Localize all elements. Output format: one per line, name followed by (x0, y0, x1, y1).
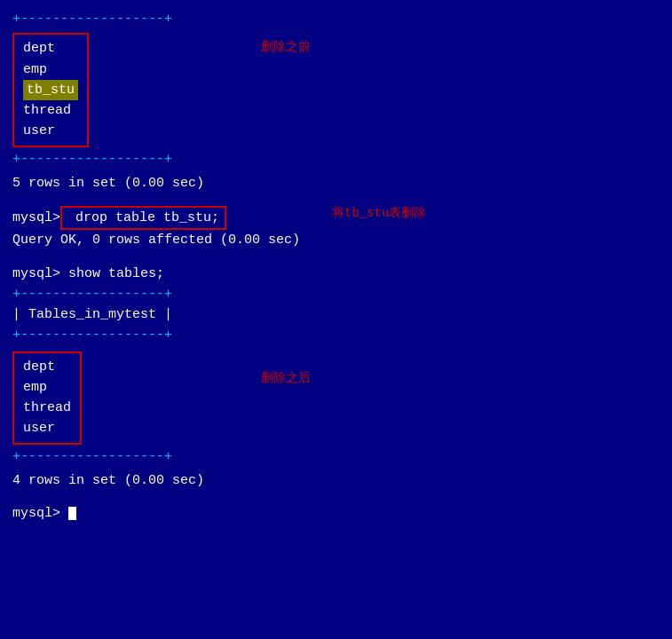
cursor (68, 507, 76, 520)
annotation-before: 删除之前 (261, 38, 311, 58)
mysql-prompt-drop: mysql> (12, 208, 60, 228)
dashes-bottom-before: +------------------+ (12, 149, 660, 170)
table-row-thread-before: thread (23, 100, 78, 121)
drop-command-row: mysql> drop table tb_stu; 将tb_stu表删除 (12, 206, 660, 230)
terminal: +------------------+ dept emp tb_stu thr… (12, 9, 660, 524)
dashes-top-after: +------------------+ (12, 284, 660, 304)
annotation-after: 删除之后 (261, 369, 311, 389)
drop-command-box: drop table tb_stu; (60, 206, 226, 230)
table-row-user-before: user (23, 121, 78, 141)
dashes-bottom-after: +------------------+ (12, 446, 660, 467)
query-ok: Query OK, 0 rows affected (0.00 sec) (12, 230, 660, 250)
rows-after: 4 rows in set (0.00 sec) (12, 470, 660, 491)
table-row-tbstu-before: tb_stu (23, 80, 78, 100)
final-prompt: mysql> (12, 506, 68, 521)
rows-before: 5 rows in set (0.00 sec) (12, 173, 660, 193)
highlighted-tbstu: tb_stu (23, 80, 78, 100)
col-header: | Tables_in_mytest | (12, 304, 660, 325)
annotation-drop: 将tb_stu表删除 (332, 204, 426, 224)
table-box-after: dept emp thread user (12, 351, 82, 445)
dashes-top-before: +------------------+ (12, 9, 660, 29)
table-row-emp-after: emp (23, 377, 71, 398)
show-tables-command: mysql> show tables; (12, 264, 660, 284)
table-row-emp-before: emp (23, 59, 78, 80)
final-prompt-row: mysql> (12, 503, 660, 524)
table-row-dept-before: dept (23, 38, 78, 59)
table-row-user-after: user (23, 418, 71, 438)
table-box-before: dept emp tb_stu thread user (12, 33, 89, 146)
table-row-dept-after: dept (23, 357, 71, 377)
dashes-mid-after: +------------------+ (12, 325, 660, 345)
table-row-thread-after: thread (23, 398, 71, 418)
